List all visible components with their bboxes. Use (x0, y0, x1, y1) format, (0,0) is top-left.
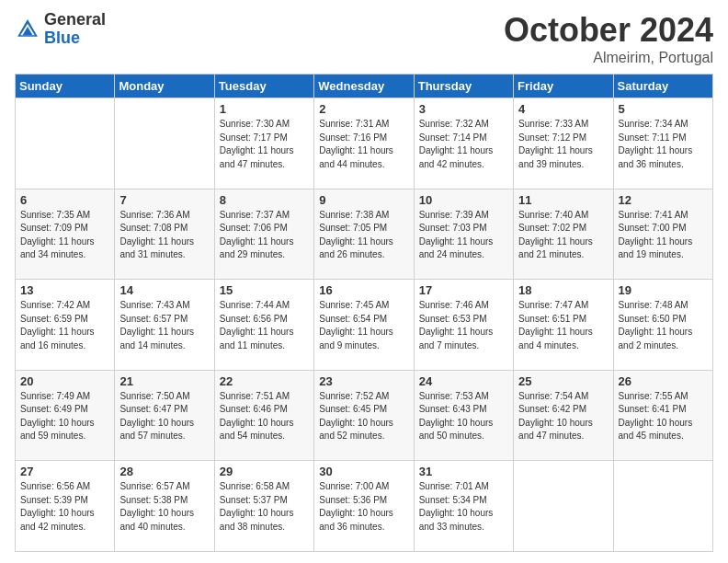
day-info: Sunrise: 6:57 AMSunset: 5:38 PMDaylight:… (119, 481, 194, 532)
month-title: October 2024 (504, 11, 713, 50)
table-row: 7 Sunrise: 7:36 AMSunset: 7:08 PMDayligh… (115, 189, 214, 280)
calendar-header-row: Sunday Monday Tuesday Wednesday Thursday… (16, 75, 713, 98)
day-number: 14 (119, 283, 209, 297)
logo-icon (15, 17, 40, 42)
calendar-table: Sunday Monday Tuesday Wednesday Thursday… (15, 74, 713, 552)
logo-blue-text: Blue (44, 29, 106, 48)
header: General Blue October 2024 Almeirim, Port… (15, 11, 713, 66)
day-number: 1 (220, 102, 309, 116)
day-info: Sunrise: 7:42 AMSunset: 6:59 PMDaylight:… (20, 300, 95, 350)
day-number: 16 (319, 283, 408, 297)
day-info: Sunrise: 7:34 AMSunset: 7:11 PMDaylight:… (619, 119, 693, 169)
day-number: 5 (619, 102, 708, 116)
day-number: 15 (220, 283, 309, 297)
day-number: 20 (20, 374, 109, 388)
day-info: Sunrise: 7:32 AMSunset: 7:14 PMDaylight:… (419, 119, 494, 169)
day-number: 8 (220, 193, 309, 207)
table-row: 6 Sunrise: 7:35 AMSunset: 7:09 PMDayligh… (16, 189, 115, 280)
day-number: 27 (20, 465, 109, 478)
day-number: 24 (419, 374, 508, 388)
day-number: 3 (419, 102, 508, 116)
day-info: Sunrise: 7:38 AMSunset: 7:05 PMDaylight:… (319, 210, 393, 260)
day-number: 26 (619, 374, 708, 388)
table-row: 20 Sunrise: 7:49 AMSunset: 6:49 PMDaylig… (16, 370, 115, 461)
day-number: 12 (619, 193, 708, 207)
day-info: Sunrise: 7:00 AMSunset: 5:36 PMDaylight:… (319, 481, 393, 532)
day-number: 4 (518, 102, 608, 116)
day-info: Sunrise: 7:52 AMSunset: 6:45 PMDaylight:… (319, 391, 393, 442)
table-row: 23 Sunrise: 7:52 AMSunset: 6:45 PMDaylig… (314, 370, 414, 461)
day-number: 9 (319, 193, 408, 207)
table-row: 31 Sunrise: 7:01 AMSunset: 5:34 PMDaylig… (414, 461, 513, 552)
table-row: 9 Sunrise: 7:38 AMSunset: 7:05 PMDayligh… (314, 189, 414, 280)
col-thursday: Thursday (414, 75, 513, 98)
col-wednesday: Wednesday (314, 75, 414, 98)
day-info: Sunrise: 7:41 AMSunset: 7:00 PMDaylight:… (619, 210, 693, 260)
table-row (16, 98, 115, 190)
table-row: 5 Sunrise: 7:34 AMSunset: 7:11 PMDayligh… (613, 98, 712, 190)
logo-general-text: General (44, 11, 106, 29)
table-row: 19 Sunrise: 7:48 AMSunset: 6:50 PMDaylig… (613, 280, 712, 371)
table-row: 12 Sunrise: 7:41 AMSunset: 7:00 PMDaylig… (613, 189, 712, 280)
col-saturday: Saturday (613, 75, 712, 98)
day-info: Sunrise: 7:48 AMSunset: 6:50 PMDaylight:… (619, 300, 693, 350)
day-info: Sunrise: 7:36 AMSunset: 7:08 PMDaylight:… (119, 210, 194, 260)
col-friday: Friday (514, 75, 613, 98)
table-row: 26 Sunrise: 7:55 AMSunset: 6:41 PMDaylig… (613, 370, 712, 461)
logo: General Blue (15, 11, 106, 48)
table-row (613, 461, 712, 552)
day-info: Sunrise: 6:58 AMSunset: 5:37 PMDaylight:… (220, 481, 294, 532)
day-number: 22 (220, 374, 309, 388)
table-row (514, 461, 613, 552)
day-number: 10 (419, 193, 508, 207)
day-info: Sunrise: 7:45 AMSunset: 6:54 PMDaylight:… (319, 300, 393, 350)
day-info: Sunrise: 7:49 AMSunset: 6:49 PMDaylight:… (20, 391, 95, 442)
day-number: 2 (319, 102, 408, 116)
day-info: Sunrise: 6:56 AMSunset: 5:39 PMDaylight:… (20, 481, 95, 532)
calendar-week-3: 13 Sunrise: 7:42 AMSunset: 6:59 PMDaylig… (16, 280, 713, 371)
day-info: Sunrise: 7:39 AMSunset: 7:03 PMDaylight:… (419, 210, 494, 260)
calendar-week-4: 20 Sunrise: 7:49 AMSunset: 6:49 PMDaylig… (16, 370, 713, 461)
col-sunday: Sunday (16, 75, 115, 98)
day-number: 11 (518, 193, 608, 207)
day-number: 28 (119, 465, 209, 478)
table-row: 29 Sunrise: 6:58 AMSunset: 5:37 PMDaylig… (214, 461, 313, 552)
day-number: 13 (20, 283, 109, 297)
table-row: 22 Sunrise: 7:51 AMSunset: 6:46 PMDaylig… (214, 370, 313, 461)
table-row: 8 Sunrise: 7:37 AMSunset: 7:06 PMDayligh… (214, 189, 313, 280)
day-info: Sunrise: 7:31 AMSunset: 7:16 PMDaylight:… (319, 119, 393, 169)
table-row: 27 Sunrise: 6:56 AMSunset: 5:39 PMDaylig… (16, 461, 115, 552)
day-info: Sunrise: 7:53 AMSunset: 6:43 PMDaylight:… (419, 391, 494, 442)
table-row: 15 Sunrise: 7:44 AMSunset: 6:56 PMDaylig… (214, 280, 313, 371)
table-row: 11 Sunrise: 7:40 AMSunset: 7:02 PMDaylig… (514, 189, 613, 280)
day-number: 17 (419, 283, 508, 297)
day-info: Sunrise: 7:33 AMSunset: 7:12 PMDaylight:… (518, 119, 593, 169)
day-number: 30 (319, 465, 408, 478)
day-info: Sunrise: 7:01 AMSunset: 5:34 PMDaylight:… (419, 481, 494, 532)
day-number: 18 (518, 283, 608, 297)
table-row: 13 Sunrise: 7:42 AMSunset: 6:59 PMDaylig… (16, 280, 115, 371)
day-info: Sunrise: 7:46 AMSunset: 6:53 PMDaylight:… (419, 300, 494, 350)
table-row: 25 Sunrise: 7:54 AMSunset: 6:42 PMDaylig… (514, 370, 613, 461)
col-monday: Monday (115, 75, 214, 98)
table-row: 28 Sunrise: 6:57 AMSunset: 5:38 PMDaylig… (115, 461, 214, 552)
day-number: 6 (20, 193, 109, 207)
logo-text: General Blue (44, 11, 106, 48)
day-info: Sunrise: 7:44 AMSunset: 6:56 PMDaylight:… (220, 300, 294, 350)
day-number: 21 (119, 374, 209, 388)
table-row (115, 98, 214, 190)
calendar-week-1: 1 Sunrise: 7:30 AMSunset: 7:17 PMDayligh… (16, 98, 713, 190)
day-info: Sunrise: 7:40 AMSunset: 7:02 PMDaylight:… (518, 210, 593, 260)
day-info: Sunrise: 7:55 AMSunset: 6:41 PMDaylight:… (619, 391, 693, 442)
table-row: 4 Sunrise: 7:33 AMSunset: 7:12 PMDayligh… (514, 98, 613, 190)
table-row: 21 Sunrise: 7:50 AMSunset: 6:47 PMDaylig… (115, 370, 214, 461)
day-number: 25 (518, 374, 608, 388)
table-row: 10 Sunrise: 7:39 AMSunset: 7:03 PMDaylig… (414, 189, 513, 280)
table-row: 3 Sunrise: 7:32 AMSunset: 7:14 PMDayligh… (414, 98, 513, 190)
day-info: Sunrise: 7:51 AMSunset: 6:46 PMDaylight:… (220, 391, 294, 442)
day-info: Sunrise: 7:50 AMSunset: 6:47 PMDaylight:… (119, 391, 194, 442)
day-number: 19 (619, 283, 708, 297)
title-block: October 2024 Almeirim, Portugal (504, 11, 713, 66)
table-row: 16 Sunrise: 7:45 AMSunset: 6:54 PMDaylig… (314, 280, 414, 371)
day-number: 23 (319, 374, 408, 388)
